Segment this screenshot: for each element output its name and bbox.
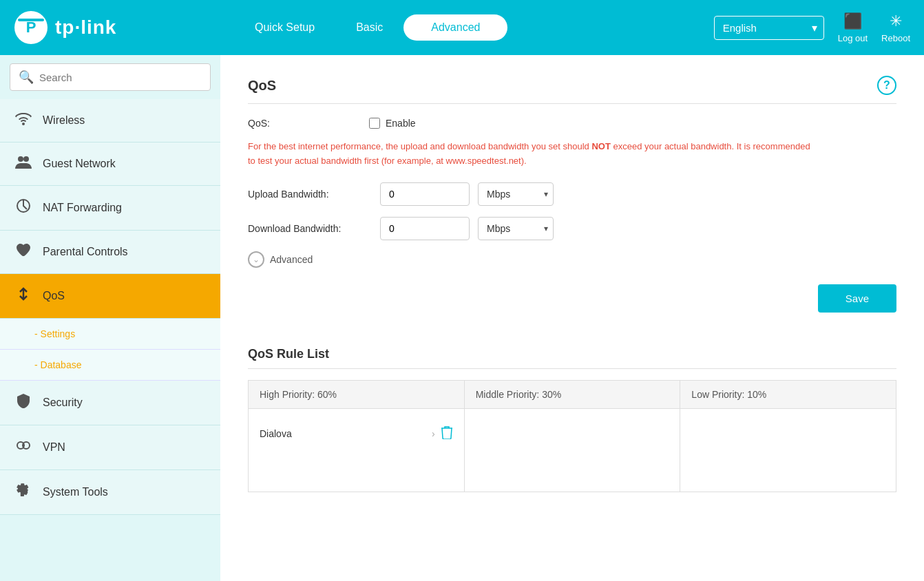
- search-input[interactable]: [39, 72, 202, 83]
- rule-list-title: QoS Rule List: [248, 347, 896, 361]
- upload-unit-select[interactable]: Mbps Kbps: [478, 182, 554, 206]
- priority-cards: High Priority: 60% Dialova › Mi: [248, 380, 896, 492]
- section-title-text: QoS: [248, 78, 276, 94]
- enable-checkbox[interactable]: [369, 118, 380, 129]
- content-area: QoS ? QoS: Enable For the best internet …: [220, 55, 924, 581]
- download-unit-wrapper: Mbps Kbps: [478, 217, 554, 240]
- sub-item-database[interactable]: - Database: [0, 350, 220, 381]
- qos-label: QoS:: [248, 118, 358, 129]
- shield-icon: [14, 393, 33, 412]
- sidebar-item-security-label: Security: [43, 397, 83, 409]
- low-priority-header: Low Priority: 10%: [680, 381, 896, 409]
- sidebar-item-qos-label: QoS: [43, 290, 65, 302]
- wifi-icon: [14, 112, 33, 129]
- logout-icon: ⬛: [843, 12, 862, 30]
- low-priority-card: Low Priority: 10%: [680, 381, 896, 492]
- save-button[interactable]: Save: [818, 284, 896, 313]
- middle-priority-header: Middle Priority: 30%: [465, 381, 680, 409]
- svg-point-4: [23, 156, 29, 162]
- low-priority-body: [680, 409, 896, 492]
- sidebar-item-vpn-label: VPN: [43, 441, 65, 454]
- high-priority-card: High Priority: 60% Dialova ›: [249, 381, 465, 492]
- heart-icon: [14, 243, 33, 261]
- advanced-toggle[interactable]: ⌄ Advanced: [248, 251, 896, 268]
- upload-input[interactable]: [380, 182, 470, 206]
- upload-label: Upload Bandwidth:: [248, 189, 372, 200]
- upload-bandwidth-row: Upload Bandwidth: Mbps Kbps: [248, 182, 896, 206]
- language-selector[interactable]: English Chinese Spanish French: [714, 16, 824, 40]
- sidebar-item-nat[interactable]: NAT Forwarding: [0, 186, 220, 231]
- sidebar-item-qos[interactable]: QoS: [0, 274, 220, 319]
- download-input[interactable]: [380, 217, 470, 240]
- logo-text: tp·link: [55, 17, 116, 39]
- main-area: 🔍 Wireless Guest Network NAT Forwarding: [0, 55, 924, 581]
- people-icon: [14, 155, 33, 173]
- vpn-icon: [14, 438, 33, 457]
- save-row: Save: [248, 284, 896, 333]
- rule-item-actions: ›: [432, 425, 453, 443]
- header: P tp·link Quick Setup Basic Advanced Eng…: [0, 0, 924, 55]
- sidebar-item-guest-network[interactable]: Guest Network: [0, 142, 220, 186]
- tab-advanced[interactable]: Advanced: [403, 14, 507, 41]
- download-unit-select[interactable]: Mbps Kbps: [478, 217, 554, 240]
- qos-enable-row: QoS: Enable: [248, 118, 896, 129]
- reboot-button[interactable]: ✳ Reboot: [881, 12, 910, 43]
- search-box: 🔍: [10, 63, 211, 91]
- header-right: English Chinese Spanish French ⬛ Log out…: [714, 12, 910, 43]
- sidebar-item-vpn[interactable]: VPN: [0, 425, 220, 470]
- reboot-label: Reboot: [881, 33, 910, 43]
- qos-sub-items: - Settings - Database: [0, 319, 220, 381]
- sidebar-item-nat-label: NAT Forwarding: [43, 202, 122, 214]
- logout-button[interactable]: ⬛ Log out: [838, 12, 868, 43]
- tp-link-logo-icon: P: [14, 10, 48, 45]
- info-text: For the best internet performance, the u…: [248, 140, 812, 169]
- sidebar-item-parental[interactable]: Parental Controls: [0, 231, 220, 274]
- info-text-not: NOT: [591, 141, 610, 151]
- sidebar-item-guest-label: Guest Network: [43, 158, 116, 170]
- sub-item-settings[interactable]: - Settings: [0, 319, 220, 350]
- enable-label-text: Enable: [386, 118, 416, 129]
- enable-checkbox-label[interactable]: Enable: [369, 118, 416, 129]
- middle-priority-body: [465, 409, 680, 492]
- sidebar-item-parental-label: Parental Controls: [43, 246, 128, 258]
- download-label: Download Bandwidth:: [248, 223, 372, 234]
- sidebar-item-system-label: System Tools: [43, 486, 108, 498]
- logo-area: P tp·link: [14, 10, 234, 45]
- language-dropdown[interactable]: English Chinese Spanish French: [714, 16, 824, 40]
- advanced-label: Advanced: [270, 254, 313, 265]
- qos-icon: [14, 286, 33, 306]
- download-bandwidth-row: Download Bandwidth: Mbps Kbps: [248, 217, 896, 240]
- info-text-part1: For the best internet performance, the u…: [248, 141, 591, 151]
- middle-priority-card: Middle Priority: 30%: [465, 381, 681, 492]
- upload-unit-wrapper: Mbps Kbps: [478, 182, 554, 206]
- help-icon[interactable]: ?: [877, 76, 896, 95]
- chevron-down-icon: ⌄: [248, 251, 264, 268]
- rule-item-dialova: Dialova ›: [260, 420, 453, 448]
- section-title: QoS ?: [248, 76, 896, 95]
- search-icon: 🔍: [19, 70, 34, 85]
- high-priority-header: High Priority: 60%: [249, 381, 464, 409]
- rule-name: Dialova: [260, 428, 292, 439]
- gear-icon: [14, 483, 33, 502]
- reboot-icon: ✳: [890, 12, 902, 30]
- tab-quick-setup[interactable]: Quick Setup: [234, 14, 335, 41]
- rule-expand-icon[interactable]: ›: [432, 428, 435, 439]
- nat-icon: [14, 198, 33, 218]
- sidebar-item-wireless-label: Wireless: [43, 114, 85, 127]
- sidebar: 🔍 Wireless Guest Network NAT Forwarding: [0, 55, 220, 581]
- sidebar-item-wireless[interactable]: Wireless: [0, 99, 220, 142]
- svg-point-3: [18, 156, 23, 162]
- nav-tabs: Quick Setup Basic Advanced: [234, 14, 714, 41]
- logout-label: Log out: [838, 33, 868, 43]
- sidebar-item-system[interactable]: System Tools: [0, 470, 220, 515]
- section-divider: [248, 103, 896, 104]
- tab-basic[interactable]: Basic: [335, 14, 403, 41]
- rule-delete-icon[interactable]: [441, 425, 453, 443]
- rule-list-divider: [248, 368, 896, 369]
- high-priority-body: Dialova ›: [249, 409, 464, 492]
- sidebar-item-security[interactable]: Security: [0, 381, 220, 425]
